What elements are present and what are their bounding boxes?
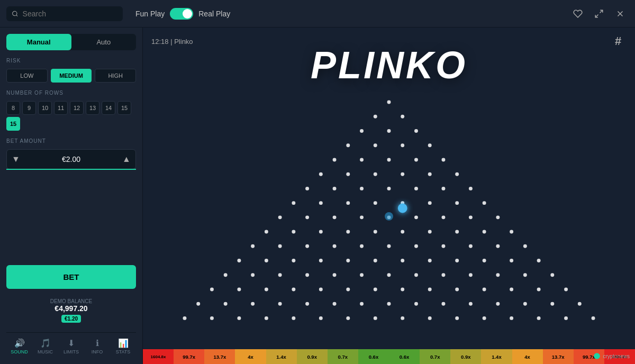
svg-point-83 — [537, 259, 541, 262]
svg-point-77 — [374, 259, 377, 262]
search-box[interactable] — [6, 6, 123, 21]
bet-amount-label: BET AMOUNT — [6, 138, 136, 144]
svg-point-17 — [360, 158, 364, 162]
svg-point-24 — [401, 172, 404, 176]
nav-limits[interactable]: ⬇ LIMITS — [58, 336, 84, 357]
multiplier-cell[interactable]: 1.4x — [481, 349, 512, 364]
multiplier-cell[interactable]: 1.4x — [266, 349, 297, 364]
svg-point-54 — [346, 230, 350, 234]
svg-point-61 — [251, 244, 255, 248]
multiplier-cell[interactable]: 99.7x — [174, 349, 204, 364]
svg-point-128 — [237, 316, 241, 320]
search-input[interactable] — [23, 10, 117, 18]
demo-balance: DEMO BALANCE €4,997.20 €1.20 — [6, 294, 136, 327]
svg-point-34 — [292, 201, 295, 205]
svg-point-39 — [428, 201, 432, 205]
multiplier-cell[interactable]: 0.6x — [358, 349, 389, 364]
bet-amount-input[interactable] — [25, 155, 117, 163]
nav-sound[interactable]: 🔊 SOUND — [6, 336, 32, 357]
multiplier-cell[interactable]: 0.9x — [450, 349, 481, 364]
nav-info[interactable]: ℹ INFO — [84, 336, 110, 357]
rows-row: 8 9 10 11 12 13 14 15 15 — [6, 101, 136, 131]
multiplier-cell[interactable]: 0.7x — [420, 349, 450, 364]
nav-stats[interactable]: 📊 STATS — [110, 336, 136, 357]
svg-point-113 — [251, 302, 255, 306]
multiplier-cell[interactable]: 0.9x — [297, 349, 328, 364]
bet-underline — [6, 169, 136, 170]
row-8[interactable]: 8 — [6, 101, 20, 115]
risk-high[interactable]: HIGH — [95, 69, 136, 83]
svg-point-25 — [428, 172, 432, 176]
tab-auto[interactable]: Auto — [71, 34, 137, 50]
svg-point-58 — [455, 230, 459, 234]
risk-label: RISK — [6, 58, 136, 63]
svg-point-65 — [360, 244, 364, 248]
svg-point-93 — [469, 273, 473, 277]
svg-point-110 — [564, 287, 568, 291]
svg-point-122 — [496, 302, 500, 306]
svg-point-118 — [387, 302, 391, 306]
multiplier-cell[interactable]: 4x — [512, 349, 543, 364]
bet-decrease-button[interactable]: ▼ — [7, 150, 25, 169]
hash-icon[interactable]: # — [610, 33, 627, 50]
svg-point-18 — [387, 158, 391, 162]
svg-point-8 — [401, 115, 404, 119]
svg-point-64 — [333, 244, 337, 248]
music-icon: 🎵 — [40, 338, 51, 348]
svg-point-129 — [265, 316, 268, 320]
svg-point-11 — [414, 129, 418, 133]
row-11[interactable]: 11 — [54, 101, 68, 115]
svg-point-60 — [510, 230, 513, 234]
multiplier-cell[interactable]: 13.7x — [204, 349, 235, 364]
mode-toggle-switch[interactable] — [170, 8, 193, 20]
close-button[interactable] — [612, 5, 629, 22]
nav-music-label: MUSIC — [38, 349, 53, 354]
svg-point-85 — [251, 273, 255, 277]
nav-music[interactable]: 🎵 MUSIC — [32, 336, 58, 357]
svg-point-52 — [292, 230, 295, 234]
row-12[interactable]: 12 — [70, 101, 84, 115]
row-14[interactable]: 14 — [102, 101, 115, 115]
svg-point-97 — [210, 287, 214, 291]
svg-point-131 — [319, 316, 323, 320]
favorite-button[interactable] — [569, 5, 586, 22]
tab-manual[interactable]: Manual — [6, 34, 71, 50]
row-15a[interactable]: 15 — [117, 101, 131, 115]
multiplier-cell[interactable]: 4x — [235, 349, 266, 364]
svg-point-108 — [510, 287, 513, 291]
fullscreen-button[interactable] — [591, 5, 607, 22]
row-10[interactable]: 10 — [38, 101, 52, 115]
multiplier-cell[interactable]: 1604.8x — [143, 349, 174, 364]
svg-point-89 — [360, 273, 364, 277]
svg-point-112 — [224, 302, 228, 306]
svg-point-96 — [550, 273, 554, 277]
multiplier-cell[interactable]: 0.6x — [389, 349, 420, 364]
svg-point-109 — [537, 287, 541, 291]
risk-medium[interactable]: MEDIUM — [51, 69, 92, 83]
svg-point-10 — [387, 129, 391, 133]
search-icon — [12, 10, 19, 17]
svg-point-67 — [414, 244, 418, 248]
risk-low[interactable]: LOW — [6, 69, 48, 83]
svg-point-105 — [428, 287, 432, 291]
svg-point-87 — [305, 273, 309, 277]
svg-point-115 — [305, 302, 309, 306]
svg-point-123 — [523, 302, 527, 306]
multiplier-cell[interactable]: 13.7x — [543, 349, 574, 364]
row-9[interactable]: 9 — [22, 101, 36, 115]
svg-point-142 — [398, 204, 407, 213]
svg-point-36 — [346, 201, 350, 205]
svg-point-44 — [333, 215, 337, 219]
demo-balance-label: DEMO BALANCE — [11, 298, 132, 304]
svg-point-94 — [496, 273, 500, 277]
sidebar: Manual Auto RISK LOW MEDIUM HIGH NUMBER … — [0, 28, 143, 364]
bet-increase-button[interactable]: ▲ — [117, 150, 135, 169]
bet-button[interactable]: BET — [6, 265, 136, 289]
svg-point-33 — [469, 187, 473, 190]
row-15b[interactable]: 15 — [6, 117, 20, 131]
row-13[interactable]: 13 — [86, 101, 99, 115]
svg-point-35 — [319, 201, 323, 205]
svg-point-12 — [346, 143, 350, 147]
svg-point-98 — [237, 287, 241, 291]
multiplier-cell[interactable]: 0.7x — [328, 349, 358, 364]
